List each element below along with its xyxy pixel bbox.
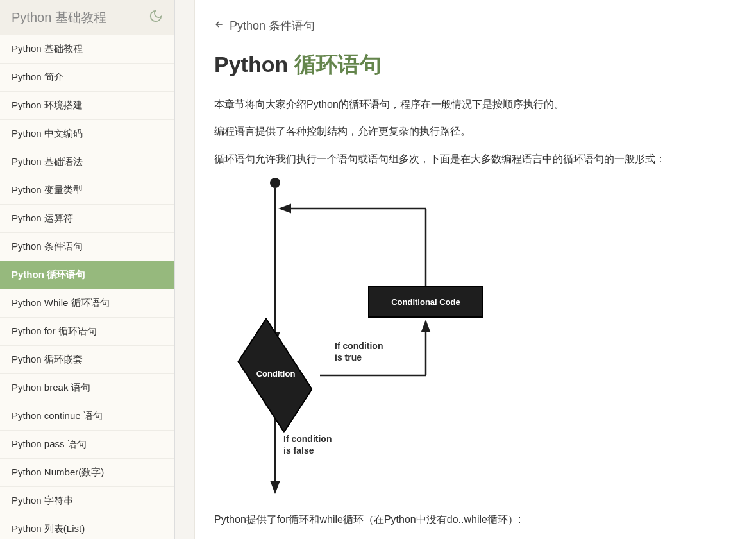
sidebar-item[interactable]: Python 循环语句 — [0, 261, 174, 289]
sidebar-item[interactable]: Python 列表(List) — [0, 515, 174, 539]
sidebar-item[interactable]: Python pass 语句 — [0, 431, 174, 459]
svg-point-0 — [270, 178, 280, 188]
sidebar-item[interactable]: Python 简介 — [0, 64, 174, 92]
title-plain: Python — [214, 52, 294, 76]
sidebar: Python 基础教程 Python 基础教程Python 简介Python 环… — [0, 0, 175, 539]
paragraph: 编程语言提供了各种控制结构，允许更复杂的执行路径。 — [214, 122, 737, 141]
sidebar-item[interactable]: Python 字符串 — [0, 487, 174, 515]
sidebar-item[interactable]: Python 循环嵌套 — [0, 346, 174, 374]
content-wrap: Python 条件语句 Python 循环语句 本章节将向大家介绍Python的… — [175, 0, 756, 539]
sidebar-item[interactable]: Python 基础语法 — [0, 148, 174, 176]
sidebar-item[interactable]: Python 环境搭建 — [0, 92, 174, 120]
sidebar-item[interactable]: Python 基础教程 — [0, 35, 174, 64]
prev-link[interactable]: Python 条件语句 — [214, 5, 737, 50]
if-true-label: If conditionis true — [335, 340, 383, 363]
sidebar-title: Python 基础教程 — [12, 9, 106, 26]
sidebar-item[interactable]: Python continue 语句 — [0, 402, 174, 431]
moon-icon[interactable] — [149, 9, 163, 26]
title-highlight: 循环语句 — [294, 52, 382, 76]
paragraph: Python提供了for循环和while循环（在Python中没有do..whi… — [214, 510, 737, 529]
sidebar-item[interactable]: Python for 循环语句 — [0, 318, 174, 346]
sidebar-item[interactable]: Python While 循环语句 — [0, 289, 174, 318]
sidebar-item[interactable]: Python break 语句 — [0, 374, 174, 402]
paragraph: 本章节将向大家介绍Python的循环语句，程序在一般情况下是按顺序执行的。 — [214, 95, 737, 114]
sidebar-item[interactable]: Python Number(数字) — [0, 459, 174, 487]
paragraph: 循环语句允许我们执行一个语句或语句组多次，下面是在大多数编程语言中的循环语句的一… — [214, 150, 737, 169]
if-false-label: If conditionis false — [283, 433, 332, 456]
conditional-code-box: Conditional Code — [368, 286, 483, 318]
condition-label: Condition — [245, 369, 307, 379]
sidebar-item[interactable]: Python 变量类型 — [0, 176, 174, 205]
main-content: Python 条件语句 Python 循环语句 本章节将向大家介绍Python的… — [194, 0, 756, 539]
loop-diagram: Condition Conditional Code If conditioni… — [227, 176, 483, 497]
sidebar-item[interactable]: Python 中文编码 — [0, 120, 174, 148]
sidebar-header: Python 基础教程 — [0, 0, 174, 35]
nav-list: Python 基础教程Python 简介Python 环境搭建Python 中文… — [0, 35, 174, 539]
arrow-left-icon — [214, 19, 224, 33]
sidebar-item[interactable]: Python 运算符 — [0, 205, 174, 233]
sidebar-item[interactable]: Python 条件语句 — [0, 233, 174, 261]
prev-link-label: Python 条件语句 — [230, 18, 315, 33]
page-title: Python 循环语句 — [214, 50, 737, 80]
